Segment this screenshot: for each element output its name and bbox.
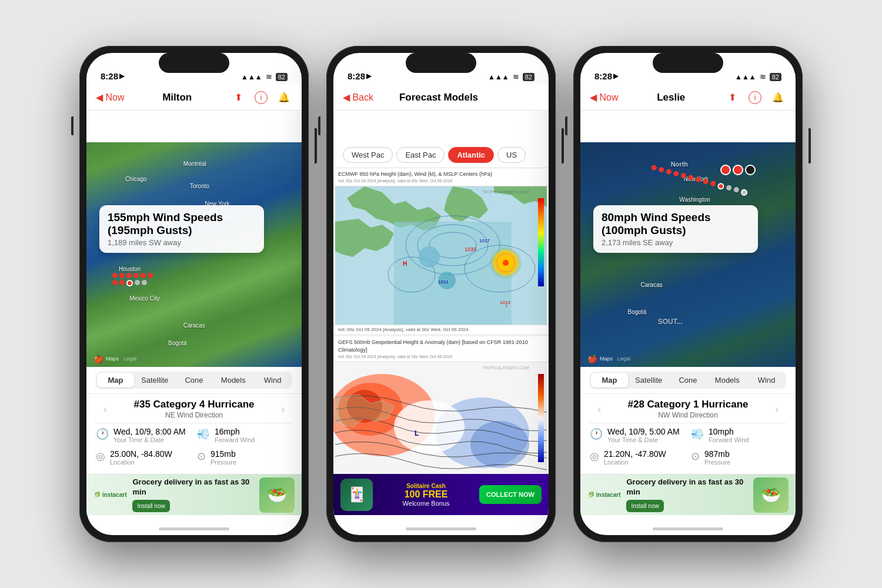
bell-button-3[interactable]: 🔔 xyxy=(770,89,786,106)
casino-icon: 🃏 xyxy=(340,479,373,511)
dynamic-island-1 xyxy=(159,53,229,73)
tab-map-3[interactable]: Map xyxy=(591,373,628,387)
info-button-3[interactable]: i xyxy=(749,91,761,104)
t-dot xyxy=(687,174,694,181)
status-icons-1: ▲▲▲ ≋ 82 xyxy=(241,72,288,81)
status-time-2: 8:28 ▶ xyxy=(348,71,371,81)
wind-tooltip-1: 155mph Wind Speeds (195mph Gusts) 1,189 … xyxy=(99,205,264,253)
phone-3: 8:28 ▶ ▲▲▲ ≋ 82 ◀ App Store ◀ Now Leslie… xyxy=(573,46,803,542)
bell-button-1[interactable]: 🔔 xyxy=(276,89,292,106)
storm-direction-1: NE Wind Direction xyxy=(133,411,254,419)
tab-atlantic[interactable]: Atlantic xyxy=(448,147,494,163)
nav-icons-1: ⬆ i 🔔 xyxy=(230,89,292,106)
hurricane-flags-3 xyxy=(720,165,756,175)
svg-text:L: L xyxy=(415,429,419,437)
datetime-label-3: Your Time & Date xyxy=(607,436,680,443)
storm-prev-1[interactable]: ‹ xyxy=(96,400,115,419)
back-button-2[interactable]: ◀ Back xyxy=(343,92,373,103)
home-indicator-1 xyxy=(159,527,229,530)
tab-cone-1[interactable]: Cone xyxy=(176,373,213,387)
t-dot-current xyxy=(717,182,724,190)
instacart-logo-1: 🥬 instacart xyxy=(93,492,126,498)
storm-prev-3[interactable]: ‹ xyxy=(590,400,609,419)
nav-title-1: Milton xyxy=(162,92,192,103)
status-time-1: 8:28 ▶ xyxy=(101,71,124,81)
city-chicago: Chicago xyxy=(125,176,147,182)
battery-2: 82 xyxy=(523,73,534,81)
city-mexicocity: Mexico City xyxy=(129,295,160,302)
wind-value-3: 10mph xyxy=(709,427,749,436)
location-icon-3: ◎ xyxy=(590,450,599,463)
track-dot xyxy=(112,280,118,285)
wifi-icon-2: ≋ xyxy=(513,72,519,81)
storm-nav-3: ‹ #28 Category 1 Hurricane NW Wind Direc… xyxy=(590,399,786,419)
tab-wind-3[interactable]: Wind xyxy=(748,373,785,387)
battery-1: 82 xyxy=(276,73,288,81)
tab-models-1[interactable]: Models xyxy=(215,373,252,387)
t-dot-f-last xyxy=(740,188,748,196)
casino-bonus: Welcome Bonus xyxy=(377,500,475,507)
svg-text:1033: 1033 xyxy=(465,246,476,252)
tab-eastpac[interactable]: East Pac xyxy=(396,147,445,163)
dynamic-island-3 xyxy=(653,53,723,73)
ad-install-1[interactable]: Install now xyxy=(132,500,169,512)
tab-westpac[interactable]: West Pac xyxy=(343,147,393,163)
storm-next-3[interactable]: › xyxy=(767,400,786,419)
storm-next-1[interactable]: › xyxy=(273,400,292,419)
storm-name-3: #28 Category 1 Hurricane xyxy=(627,399,748,410)
wind-distance-1: 1,189 miles SW away xyxy=(108,238,256,247)
share-button-1[interactable]: ⬆ xyxy=(230,89,246,106)
storm-grid-3: 🕐 Wed, 10/9, 5:00 AM Your Time & Date 💨 … xyxy=(590,423,786,469)
nav-icons-3: ⬆ i 🔔 xyxy=(724,89,786,106)
city-toronto: Toronto xyxy=(190,183,209,189)
tab-map-1[interactable]: Map xyxy=(97,373,134,387)
chart-ecmwf-img: H 1033 1017 1011 1013 L xyxy=(333,186,549,325)
chart-gefs1-img: L TROPICALTIDBITS.COM xyxy=(333,362,549,474)
track-dot-forecast xyxy=(135,280,140,285)
status-icons-3: ▲▲▲ ≋ 82 xyxy=(735,72,781,81)
tab-models-3[interactable]: Models xyxy=(709,373,746,387)
south-label: SOUT... xyxy=(658,318,683,326)
chart-gefs1: GEFS 500mb Geopotential Height & Anomaly… xyxy=(333,336,549,474)
apple-maps-logo-3: 🍎 Maps Legal xyxy=(587,354,630,363)
pressure-label-1: Pressure xyxy=(211,459,236,466)
svg-text:TROPICALTIDBITS.COM: TROPICALTIDBITS.COM xyxy=(482,366,529,370)
storm-nav-1: ‹ #35 Category 4 Hurricane NE Wind Direc… xyxy=(96,399,292,419)
share-button-3[interactable]: ⬆ xyxy=(724,89,740,106)
phone-2: 8:28 ▶ ▲▲▲ ≋ 82 ◀ App Store ◀ Back Forec… xyxy=(326,46,556,542)
ad-install-3[interactable]: Install now xyxy=(626,500,663,512)
info-button-1[interactable]: i xyxy=(255,91,268,104)
svg-point-9 xyxy=(503,260,509,266)
location-value-3: 21.20N, -47.80W xyxy=(604,449,666,459)
city-houston: Houston xyxy=(119,266,141,272)
t-dot xyxy=(680,172,687,179)
flag-red-1 xyxy=(720,165,731,175)
tab-wind-1[interactable]: Wind xyxy=(254,373,291,387)
city-montreal: Montréal xyxy=(183,161,206,167)
city-caracas: Caracas xyxy=(183,322,205,329)
casino-collect-btn[interactable]: COLLECT NOW xyxy=(479,485,542,504)
chart-gefs1-header: GEFS 500mb Geopotential Height & Anomaly… xyxy=(333,336,549,362)
back-button-3[interactable]: ◀ Now xyxy=(590,92,618,103)
wind-speed-3: 80mph Wind Speeds (100mph Gusts) xyxy=(602,211,750,237)
svg-rect-29 xyxy=(538,374,544,462)
storm-data-wind-1: 💨 16mph Forward Wind xyxy=(197,427,292,443)
tab-us[interactable]: US xyxy=(497,147,526,163)
nav-bar-3: ◀ Now Leslie ⬆ i 🔔 xyxy=(580,85,796,111)
tab-satellite-3[interactable]: Satellite xyxy=(630,373,667,387)
storm-direction-3: NW Wind Direction xyxy=(627,411,748,419)
instacart-logo-3: 🥬 instacart xyxy=(587,492,620,498)
track-dot xyxy=(119,273,125,278)
t-dot xyxy=(666,168,672,175)
bottom-bar-1 xyxy=(86,515,302,535)
nav-title-2: Forecast Models xyxy=(399,92,478,103)
location-arrow-2: ▶ xyxy=(366,72,371,80)
back-button-1[interactable]: ◀ Now xyxy=(96,92,124,103)
model-tabs: West Pac East Pac Atlantic US xyxy=(333,142,549,168)
tab-satellite-1[interactable]: Satellite xyxy=(136,373,173,387)
city-caracas-3: Caracas xyxy=(640,282,662,288)
ad-image-1: 🥗 xyxy=(259,477,295,513)
ad-text-3: Grocery delivery in as fast as 30 min In… xyxy=(626,477,747,512)
storm-data-pressure-1: ⊙ 915mb Pressure xyxy=(197,449,292,466)
tab-cone-3[interactable]: Cone xyxy=(670,373,707,387)
